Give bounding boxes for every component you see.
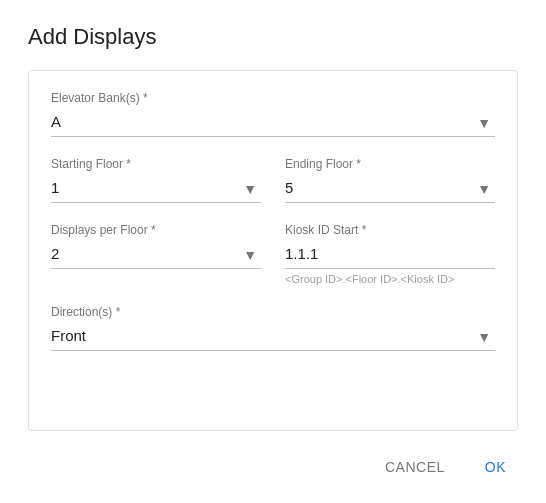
directions-group: Direction(s) * Front Back Left Right ▼ (51, 305, 495, 351)
elevator-bank-group: Elevator Bank(s) * A B C D ▼ (51, 91, 495, 137)
ending-floor-label: Ending Floor * (285, 157, 495, 171)
displays-per-floor-label: Displays per Floor * (51, 223, 261, 237)
ending-floor-select[interactable]: 1 2 3 4 5 (285, 175, 495, 202)
footer-actions: Cancel OK (28, 451, 518, 483)
ending-floor-group: Ending Floor * 1 2 3 4 5 ▼ (285, 157, 495, 203)
page-title: Add Displays (28, 24, 518, 50)
ending-floor-select-wrapper: 1 2 3 4 5 ▼ (285, 175, 495, 203)
directions-select-wrapper: Front Back Left Right ▼ (51, 323, 495, 351)
directions-select[interactable]: Front Back Left Right (51, 323, 495, 350)
starting-floor-group: Starting Floor * 1 2 3 4 5 ▼ (51, 157, 261, 203)
displays-kiosk-row: Displays per Floor * 1 2 3 4 5 ▼ Kiosk I… (51, 223, 495, 285)
starting-floor-label: Starting Floor * (51, 157, 261, 171)
directions-label: Direction(s) * (51, 305, 495, 319)
displays-per-floor-select[interactable]: 1 2 3 4 5 (51, 241, 261, 268)
elevator-bank-select-wrapper: A B C D ▼ (51, 109, 495, 137)
elevator-bank-row: Elevator Bank(s) * A B C D ▼ (51, 91, 495, 137)
kiosk-id-hint: <Group ID>.<Floor ID>.<Kiosk ID> (285, 273, 495, 285)
kiosk-id-start-input[interactable] (285, 241, 495, 268)
kiosk-id-input-wrapper (285, 241, 495, 269)
elevator-bank-select[interactable]: A B C D (51, 109, 495, 136)
displays-per-floor-select-wrapper: 1 2 3 4 5 ▼ (51, 241, 261, 269)
directions-row: Direction(s) * Front Back Left Right ▼ (51, 305, 495, 351)
cancel-button[interactable]: Cancel (373, 451, 457, 483)
elevator-bank-label: Elevator Bank(s) * (51, 91, 495, 105)
kiosk-id-start-group: Kiosk ID Start * <Group ID>.<Floor ID>.<… (285, 223, 495, 285)
starting-floor-select-wrapper: 1 2 3 4 5 ▼ (51, 175, 261, 203)
floor-row: Starting Floor * 1 2 3 4 5 ▼ Ending Floo… (51, 157, 495, 203)
form-card: Elevator Bank(s) * A B C D ▼ Starting Fl… (28, 70, 518, 431)
page-container: Add Displays Elevator Bank(s) * A B C D … (0, 0, 546, 503)
displays-per-floor-group: Displays per Floor * 1 2 3 4 5 ▼ (51, 223, 261, 285)
starting-floor-select[interactable]: 1 2 3 4 5 (51, 175, 261, 202)
ok-button[interactable]: OK (473, 451, 518, 483)
kiosk-id-start-label: Kiosk ID Start * (285, 223, 495, 237)
